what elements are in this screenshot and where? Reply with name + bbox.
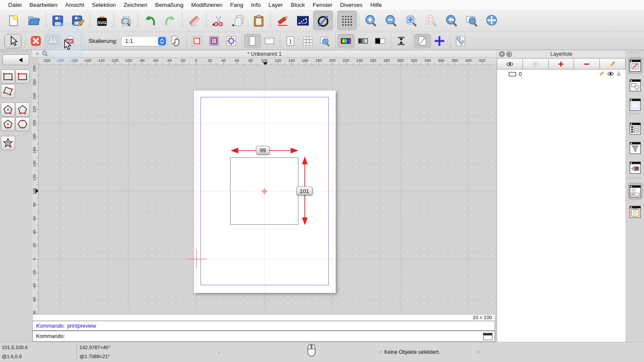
layer-visibility-icon[interactable] [607, 70, 614, 77]
polygon-side-side-tool-button[interactable] [15, 117, 30, 131]
open-file-button[interactable] [24, 11, 44, 30]
menu-selektion[interactable]: Selektion [88, 2, 120, 8]
dock-library-browser-button[interactable] [628, 96, 643, 113]
ruler-tick [182, 63, 183, 65]
layer-row[interactable]: 0 [497, 69, 626, 78]
remove-layer-button[interactable] [574, 58, 600, 69]
ruler-label: -60 [149, 58, 161, 63]
star-tool-button[interactable] [1, 136, 15, 150]
dock-selection-filter-button[interactable] [628, 139, 643, 157]
ruler-tick [37, 198, 38, 198]
zoom-previous-button[interactable] [442, 11, 462, 30]
menu-bearbeiten[interactable]: Bearbeiten [26, 2, 61, 8]
circle-diameter-button[interactable] [313, 11, 333, 30]
dock-layer-list-button[interactable] [628, 57, 643, 74]
zoom-page-button[interactable] [316, 34, 334, 48]
menu-modifizieren[interactable]: Modifizieren [187, 2, 226, 8]
menu-hilfe[interactable]: Hilfe [366, 2, 386, 8]
color-mode-button[interactable] [337, 34, 355, 48]
detach-command-line-button[interactable] [483, 333, 492, 340]
vertical-ruler: -80-60-40-200204060801001201401601802002… [32, 65, 39, 314]
stepper-icon[interactable] [158, 37, 166, 45]
dock-clipboard-button[interactable] [628, 203, 643, 220]
landscape-button[interactable] [261, 34, 278, 48]
compress-view-button[interactable] [393, 34, 410, 48]
rect-2corners-tool-button[interactable] [1, 69, 15, 84]
print-preview-button[interactable] [116, 11, 136, 30]
back-arrow-tool-button[interactable] [3, 54, 29, 65]
menu-datei[interactable]: Datei [4, 2, 26, 8]
export-svg-button[interactable]: SVG [92, 11, 112, 30]
rect-corner-size-tool-button[interactable] [15, 69, 30, 84]
scaling-select[interactable]: 1:1 [121, 36, 167, 46]
hide-all-layers-button[interactable] [522, 58, 549, 69]
page-settings-button[interactable] [414, 34, 431, 48]
zoom-in-button[interactable] [361, 11, 381, 30]
ruler-label: 20 [32, 239, 36, 251]
compress-view-icon [395, 35, 407, 47]
dock-property-editor-button[interactable] [628, 120, 643, 137]
svg-text:PDF: PDF [66, 39, 73, 43]
grayscale-mode-button[interactable] [355, 34, 372, 48]
dock-block-list-button[interactable] [628, 77, 643, 94]
blackwhite-mode-button[interactable] [372, 34, 389, 48]
new-file-button[interactable] [3, 11, 24, 30]
menu-diverses[interactable]: Diverses [336, 2, 367, 8]
ruler-label: 20 [204, 58, 216, 63]
menu-info[interactable]: Info [247, 2, 265, 8]
ruler-tick [258, 63, 258, 65]
add-layer-button[interactable] [548, 58, 574, 69]
rename-layer-button[interactable] [599, 58, 626, 69]
edit-layer-icon[interactable] [598, 70, 605, 77]
command-input[interactable]: Kommando: [32, 331, 495, 342]
copy-button[interactable] [228, 11, 249, 30]
page-border-button[interactable] [188, 34, 206, 48]
zoom-extents-button[interactable] [401, 11, 422, 30]
selection-rectangle-button[interactable] [293, 11, 313, 30]
fit-page-icon [225, 35, 237, 47]
zoom-out-button[interactable] [381, 11, 401, 30]
dock-command-line-button[interactable] [628, 183, 643, 200]
undo-button[interactable] [140, 11, 160, 30]
multi-page-button[interactable] [299, 34, 316, 48]
menu-layer[interactable]: Layer [264, 2, 287, 8]
menu-zeichnen[interactable]: Zeichnen [120, 2, 152, 8]
single-page-button[interactable]: 1 [282, 34, 299, 48]
menu-fenster[interactable]: Fenster [309, 2, 336, 8]
rect-3points-tool-button[interactable] [1, 84, 15, 98]
polygon-2corners-tool-button[interactable] [15, 103, 30, 117]
cut-button[interactable] [208, 11, 228, 30]
select-arrow-button[interactable] [4, 34, 21, 48]
zoom-selection-button[interactable] [422, 11, 442, 30]
palette-handle[interactable] [2, 51, 29, 52]
menu-fang[interactable]: Fang [226, 2, 247, 8]
portrait-button[interactable] [244, 34, 261, 48]
page-margins-button[interactable] [206, 34, 223, 48]
close-preview-button[interactable] [27, 34, 44, 48]
fit-page-button[interactable] [223, 34, 240, 48]
menu-bemassung[interactable]: Bemaßung [151, 2, 187, 8]
grid-dots-button[interactable] [337, 11, 357, 30]
crosshair-button[interactable] [431, 34, 448, 48]
delete-button[interactable] [184, 11, 204, 30]
redo-button[interactable] [160, 11, 180, 30]
draw-pencil-button[interactable] [273, 11, 293, 30]
zoom-window-button[interactable] [462, 11, 482, 30]
polygon-center-corner-tool-button[interactable] [1, 103, 15, 117]
menu-ansicht[interactable]: Ansicht [61, 2, 88, 8]
dock-viewport-button[interactable] [628, 159, 643, 176]
pan-hand-button[interactable] [167, 34, 185, 48]
menu-block[interactable]: Block [287, 2, 309, 8]
settings-tools-button[interactable] [452, 34, 469, 48]
save-button[interactable] [48, 11, 68, 30]
dock-handle[interactable] [629, 52, 642, 53]
drawing-canvas[interactable]: 99 101 [39, 65, 497, 314]
polygon-center-side-tool-button[interactable] [1, 117, 15, 131]
print-button[interactable] [44, 34, 61, 48]
zoom-pan-button[interactable] [482, 11, 502, 30]
layer-lock-icon[interactable] [615, 70, 622, 77]
paste-button[interactable] [249, 11, 269, 30]
save-as-button[interactable] [68, 11, 88, 30]
export-pdf-button[interactable]: PDF [61, 34, 79, 48]
show-all-layers-button[interactable] [497, 58, 523, 69]
